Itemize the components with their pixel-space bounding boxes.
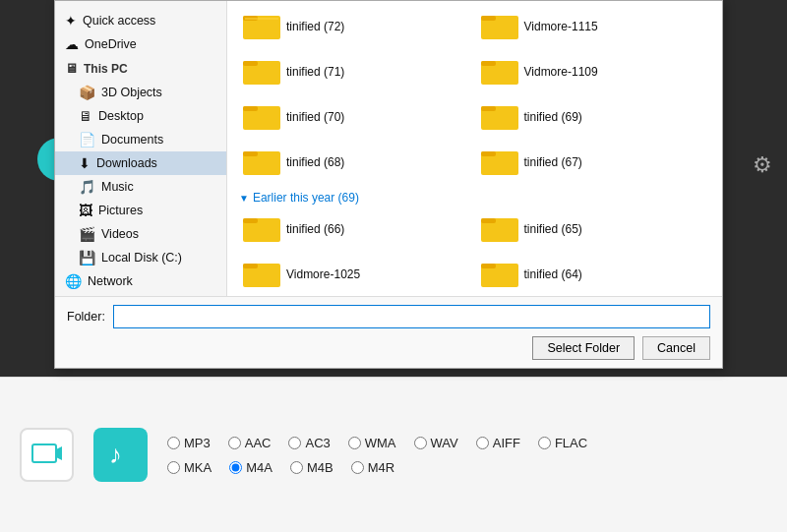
gear-icon[interactable]: ⚙ bbox=[753, 152, 772, 178]
quick-access-icon: ✦ bbox=[65, 13, 77, 29]
folder-label: Folder: bbox=[67, 310, 105, 324]
folder-icon bbox=[243, 55, 280, 89]
svg-rect-10 bbox=[243, 106, 258, 111]
earlier-this-year-section: ▼ Earlier this year (69) tinified (66) bbox=[237, 187, 712, 295]
folder-icon bbox=[481, 100, 518, 134]
pictures-icon: 🖼 bbox=[79, 203, 92, 218]
downloads-icon: ⬇ bbox=[79, 155, 91, 171]
sidebar-item-3d-objects[interactable]: 📦 3D Objects bbox=[55, 81, 226, 104]
folder-icon bbox=[481, 258, 518, 291]
svg-text:♪: ♪ bbox=[109, 440, 122, 469]
folder-icon bbox=[481, 146, 518, 179]
radio-aac[interactable] bbox=[228, 437, 241, 449]
format-flac[interactable]: FLAC bbox=[538, 436, 587, 450]
svg-rect-8 bbox=[481, 61, 496, 66]
documents-icon: 📄 bbox=[79, 132, 95, 148]
chevron-down-icon: ▼ bbox=[239, 193, 249, 204]
svg-rect-12 bbox=[481, 106, 496, 111]
dialog-main: ✦ Quick access ☁ OneDrive 🖥 This PC 📦 3D… bbox=[55, 1, 722, 296]
folder-icon bbox=[243, 212, 280, 246]
svg-rect-6 bbox=[243, 61, 258, 66]
sidebar-item-local-disk[interactable]: 💾 Local Disk (C:) bbox=[55, 246, 226, 269]
svg-rect-18 bbox=[243, 218, 258, 223]
sidebar-item-pictures[interactable]: 🖼 Pictures bbox=[55, 199, 226, 222]
sidebar-item-quick-access[interactable]: ✦ Quick access bbox=[55, 9, 226, 32]
folder-item-tinified-68[interactable]: tinified (68) bbox=[237, 142, 475, 183]
earlier-this-year-label[interactable]: ▼ Earlier this year (69) bbox=[237, 187, 712, 208]
svg-rect-20 bbox=[481, 218, 496, 223]
format-wav[interactable]: WAV bbox=[414, 436, 458, 450]
sidebar-item-videos[interactable]: 🎬 Videos bbox=[55, 222, 226, 246]
dialog-bottom: Folder: Select Folder Cancel bbox=[55, 296, 722, 368]
format-mka[interactable]: MKA bbox=[167, 460, 212, 475]
folder-item-vidmore-1115[interactable]: Vidmore-1115 bbox=[475, 6, 713, 47]
folder-sidebar: ✦ Quick access ☁ OneDrive 🖥 This PC 📦 3D… bbox=[55, 1, 227, 296]
radio-flac[interactable] bbox=[538, 437, 551, 449]
format-aiff[interactable]: AIFF bbox=[476, 436, 520, 450]
folder-item-tinified-69[interactable]: tinified (69) bbox=[475, 96, 713, 138]
folder-item-tinified-64[interactable]: tinified (64) bbox=[475, 254, 713, 295]
format-m4a[interactable]: M4A bbox=[229, 460, 272, 475]
format-wma[interactable]: WMA bbox=[348, 436, 396, 450]
cancel-button[interactable]: Cancel bbox=[642, 336, 710, 360]
folder-item-vidmore-1109[interactable]: Vidmore-1109 bbox=[475, 51, 713, 92]
folder-item-vidmore-1025[interactable]: Vidmore-1025 bbox=[237, 254, 475, 295]
folder-icon bbox=[243, 10, 280, 43]
folder-content-area[interactable]: tinified (72) Vidmore-1115 bbox=[227, 1, 722, 296]
format-mp3[interactable]: MP3 bbox=[167, 436, 211, 450]
audio-format-icon[interactable]: ♪ bbox=[93, 428, 148, 482]
top-folder-grid: tinified (72) Vidmore-1115 bbox=[237, 6, 712, 183]
format-ac3[interactable]: AC3 bbox=[288, 436, 330, 450]
sidebar-item-network[interactable]: 🌐 Network bbox=[55, 269, 226, 293]
this-pc-icon: 🖥 bbox=[65, 61, 78, 76]
sidebar-item-downloads[interactable]: ⬇ Downloads bbox=[55, 151, 226, 175]
folder-item-tinified-71[interactable]: tinified (71) bbox=[237, 51, 475, 92]
local-disk-icon: 💾 bbox=[79, 250, 95, 266]
radio-m4r[interactable] bbox=[351, 461, 364, 474]
format-aac[interactable]: AAC bbox=[228, 436, 272, 450]
format-row-1: MP3 AAC AC3 WMA WAV AIFF bbox=[167, 436, 587, 450]
folder-item-tinified-66[interactable]: tinified (66) bbox=[237, 208, 475, 250]
svg-rect-16 bbox=[481, 151, 496, 156]
folder-item-tinified-70[interactable]: tinified (70) bbox=[237, 96, 475, 138]
network-icon: 🌐 bbox=[65, 273, 82, 289]
radio-m4a[interactable] bbox=[229, 461, 242, 474]
browse-folder-dialog: ✦ Quick access ☁ OneDrive 🖥 This PC 📦 3D… bbox=[54, 0, 723, 369]
radio-aiff[interactable] bbox=[476, 437, 489, 449]
dialog-button-row: Select Folder Cancel bbox=[67, 336, 710, 360]
radio-wma[interactable] bbox=[348, 437, 361, 449]
earlier-folder-grid: tinified (66) tinified (65) bbox=[237, 208, 712, 295]
format-m4r[interactable]: M4R bbox=[351, 460, 394, 475]
format-row-2: MKA M4A M4B M4R bbox=[167, 460, 587, 475]
select-folder-button[interactable]: Select Folder bbox=[532, 336, 635, 360]
video-format-icon[interactable] bbox=[20, 428, 74, 482]
desktop-icon: 🖥 bbox=[79, 108, 92, 124]
recent-folders-section: tinified (72) Vidmore-1115 bbox=[237, 6, 712, 183]
sidebar-item-documents[interactable]: 📄 Documents bbox=[55, 128, 226, 151]
radio-mp3[interactable] bbox=[167, 437, 180, 449]
folder-icon bbox=[481, 10, 518, 43]
svg-rect-25 bbox=[32, 444, 56, 462]
sidebar-item-music[interactable]: 🎵 Music bbox=[55, 175, 226, 199]
videos-icon: 🎬 bbox=[79, 226, 95, 242]
svg-rect-14 bbox=[243, 151, 258, 156]
radio-ac3[interactable] bbox=[288, 437, 301, 449]
sidebar-item-onedrive[interactable]: ☁ OneDrive bbox=[55, 32, 226, 56]
folder-icon bbox=[481, 212, 518, 246]
this-pc-header: 🖥 This PC bbox=[55, 56, 226, 81]
folder-item-tinified-72[interactable]: tinified (72) bbox=[237, 6, 475, 47]
folder-icon bbox=[243, 258, 280, 291]
sidebar-item-desktop[interactable]: 🖥 Desktop bbox=[55, 104, 226, 128]
folder-item-tinified-67[interactable]: tinified (67) bbox=[475, 142, 713, 183]
folder-path-input[interactable] bbox=[113, 305, 710, 328]
radio-mka[interactable] bbox=[167, 461, 180, 474]
folder-item-tinified-65[interactable]: tinified (65) bbox=[475, 208, 713, 250]
format-options: MP3 AAC AC3 WMA WAV AIFF bbox=[167, 436, 587, 475]
radio-m4b[interactable] bbox=[290, 461, 303, 474]
folder-input-row: Folder: bbox=[67, 305, 710, 328]
format-m4b[interactable]: M4B bbox=[290, 460, 333, 475]
onedrive-icon: ☁ bbox=[65, 36, 79, 52]
svg-rect-2 bbox=[245, 18, 278, 20]
3d-objects-icon: 📦 bbox=[79, 85, 95, 100]
radio-wav[interactable] bbox=[414, 437, 427, 449]
